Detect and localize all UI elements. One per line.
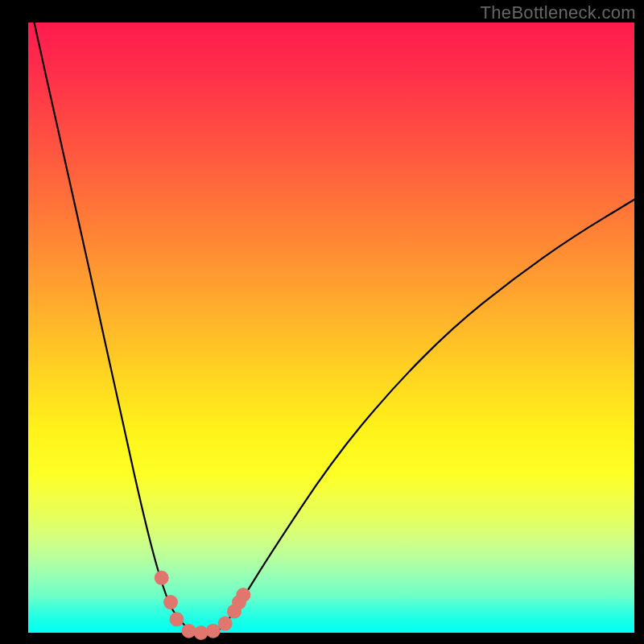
data-marker: [218, 617, 233, 631]
data-marker: [236, 588, 250, 602]
bottleneck-curve: [35, 23, 635, 633]
data-marker: [155, 571, 169, 585]
data-marker: [170, 612, 184, 626]
data-marker: [194, 625, 208, 640]
data-marker: [163, 595, 178, 609]
plot-area: [28, 23, 634, 633]
marker-group: [155, 571, 251, 640]
chart-svg: [28, 23, 634, 633]
data-marker: [206, 624, 221, 638]
watermark-text: TheBottleneck.com: [481, 2, 636, 23]
data-marker: [182, 624, 196, 638]
chart-frame: TheBottleneck.com: [0, 0, 644, 644]
